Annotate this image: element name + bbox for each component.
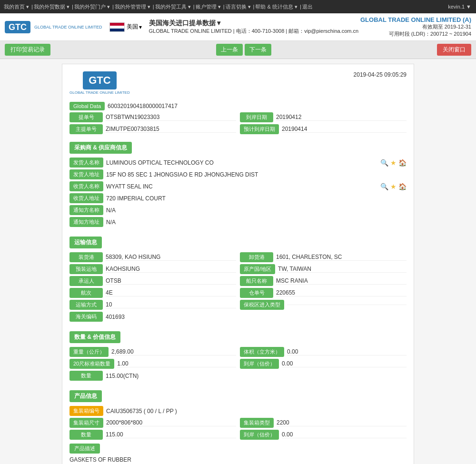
shou-huo-star-icon[interactable]: ★ bbox=[390, 183, 397, 190]
hang-ci-label: 航次 bbox=[69, 288, 103, 298]
fa-huo-home-icon[interactable]: 🏠 bbox=[398, 159, 407, 167]
prod-shu-dao-row: 数量 115.00 到岸（估价） 0.00 bbox=[69, 430, 407, 440]
shou-huo-addr-label: 收货人地址 bbox=[69, 193, 103, 203]
header-info: 美国海关进口提单数据 ▾ GLOBAL TRADE ONLINE LIMITED… bbox=[149, 19, 360, 35]
xie-huo-label: 卸货港 bbox=[240, 252, 273, 262]
product-section: 产品信息 集装箱编号 CAIU3506735 ( 00 / L / PP ) 集… bbox=[69, 385, 407, 464]
supplier-section: 采购商 & 供应商信息 发货人名称 LUMINOUS OPTICAL TECHN… bbox=[69, 136, 407, 227]
standard-col: 20尺标准箱数量 1.00 bbox=[69, 359, 236, 369]
shou-huo-search-icon[interactable]: 🔍 bbox=[380, 183, 388, 190]
bill-dao-gang-row: 提单号 OTSBTWN19023303 到岸日期 20190412 bbox=[69, 112, 407, 122]
bao-shui-col: 保税区进入类型 bbox=[240, 300, 407, 310]
global-data-label: Global Data bbox=[69, 102, 105, 110]
container-size-value: 2000*806*800 bbox=[106, 419, 236, 426]
shou-huo-addr-row: 收货人地址 720 IMPERIAL COURT bbox=[69, 193, 407, 203]
shou-huo-row: 收货人名称 WYATT SEAL INC 🔍 ★ 🏠 bbox=[69, 181, 407, 191]
yun-shu-col: 运输方式 10 bbox=[69, 300, 236, 310]
fa-huo-search-icon[interactable]: 🔍 bbox=[380, 159, 388, 167]
nav-item-tools[interactable]: 我的外贸工具 ▾ bbox=[155, 3, 191, 10]
tong-zhi-addr-label: 通知方地址 bbox=[69, 217, 103, 227]
chuan-ming-col: 船只名称 MSC RANIA bbox=[240, 276, 407, 286]
fa-huo-actions: 🔍 ★ 🏠 bbox=[380, 159, 407, 167]
cang-label: 仓单号 bbox=[240, 288, 273, 298]
hang-ci-value: 4E bbox=[106, 289, 236, 296]
zhu-ti-label: 主提单号 bbox=[69, 124, 103, 134]
fa-huo-addr-label: 发货人地址 bbox=[69, 169, 103, 179]
yuan-chan-label: 原产国/地区 bbox=[240, 264, 275, 274]
standard-label: 20尺标准箱数量 bbox=[69, 359, 114, 369]
nav-item-management[interactable]: 我的外管管理 ▾ bbox=[115, 3, 150, 10]
cheng-chuan-row: 承运人 OTSB 船只名称 MSC RANIA bbox=[69, 276, 407, 286]
shu-liang-label: 数量 bbox=[69, 371, 103, 381]
container-size-col: 集装箱尺寸 2000*806*800 bbox=[69, 418, 236, 428]
ti-ji-value: 0.00 bbox=[287, 348, 407, 355]
toolbar-left: 打印贸易记录 bbox=[5, 44, 50, 56]
company-info: GLOBAL TRADE ONLINE LIMITED | 电话：400-710… bbox=[149, 28, 360, 35]
container-type-value: 2200 bbox=[277, 419, 407, 426]
xie-huo-value: 1601, CHARLESTON, SC bbox=[276, 254, 407, 261]
page-title: 美国海关进口提单数据 ▾ bbox=[149, 19, 360, 28]
prod-shu-liang-value: 115.00 bbox=[106, 431, 236, 438]
ti-dan-value: OTSBTWN19023303 bbox=[106, 114, 236, 121]
yun-shu-value: 10 bbox=[106, 301, 236, 308]
zhu-ti-value: ZIMUTPE007303815 bbox=[106, 126, 236, 133]
nav-item-import-data[interactable]: 我的外贸数据 ▾ bbox=[34, 3, 69, 10]
next-button[interactable]: 下一条 bbox=[245, 44, 271, 56]
tong-zhi-addr-value: N/A bbox=[106, 219, 407, 226]
hai-guan-row: 海关编码 401693 bbox=[69, 312, 407, 322]
yu-ji-label: 预计到岸日期 bbox=[240, 124, 279, 134]
logo-icon: GTC bbox=[5, 21, 30, 33]
dao-an-label: 到岸（估价） bbox=[240, 359, 279, 369]
nav-item-home[interactable]: 我的首页 ▾ bbox=[4, 3, 29, 10]
logo-area: GTC GLOBAL TRADE ONLINE LIMITED bbox=[5, 21, 102, 33]
doc-logo: GTC GLOBAL TRADE ONLINE LIMITED bbox=[69, 71, 130, 95]
doc-datetime: 2019-04-25 09:05:29 bbox=[354, 71, 407, 78]
flag-area[interactable]: 美国 ▾ bbox=[109, 22, 142, 32]
fa-huo-star-icon[interactable]: ★ bbox=[390, 159, 397, 167]
cang-col: 仓单号 220655 bbox=[240, 288, 407, 298]
zhong-liang-value: 2,689.00 bbox=[111, 348, 236, 355]
prod-shu-liang-label: 数量 bbox=[69, 430, 103, 440]
container-no-value: CAIU3506735 ( 00 / L / PP ) bbox=[106, 408, 407, 415]
shou-huo-actions: 🔍 ★ 🏠 bbox=[380, 183, 407, 190]
product-section-header: 产品信息 bbox=[69, 390, 102, 402]
zhong-liang-col: 重量（公斤） 2,689.00 bbox=[69, 347, 236, 357]
prev-button[interactable]: 上一条 bbox=[216, 44, 243, 56]
prod-dao-col: 到岸（估价） 0.00 bbox=[240, 430, 407, 440]
nav-item-account[interactable]: 账户管理 ▾ bbox=[196, 3, 221, 10]
header-right: GLOBAL TRADE ONLINE LIMITED (A) 有效期至 201… bbox=[360, 16, 471, 38]
zhong-ti-row: 重量（公斤） 2,689.00 体积（立方米） 0.00 bbox=[69, 347, 407, 357]
print-button[interactable]: 打印贸易记录 bbox=[5, 44, 50, 56]
supplier-section-header: 采购商 & 供应商信息 bbox=[69, 142, 132, 154]
prod-shu-col: 数量 115.00 bbox=[69, 430, 236, 440]
container-no-row: 集装箱编号 CAIU3506735 ( 00 / L / PP ) bbox=[69, 406, 407, 416]
nav-item-language[interactable]: 语言切换 ▾ bbox=[226, 3, 251, 10]
yu-zhuang-col: 预装运地 KAOHSIUNG bbox=[69, 264, 236, 274]
ldr-label: 可用时段 (LDR)：200712 ~ 201904 bbox=[360, 30, 471, 38]
doc-header: GTC GLOBAL TRADE ONLINE LIMITED 2019-04-… bbox=[69, 71, 407, 95]
ti-ji-col: 体积（立方米） 0.00 bbox=[240, 347, 407, 357]
close-button[interactable]: 关闭窗口 bbox=[437, 44, 471, 56]
zhuang-gang-col: 装货港 58309, KAO HSIUNG bbox=[69, 252, 236, 262]
nav-item-portal[interactable]: 我的外贸门户 ▾ bbox=[74, 3, 110, 10]
container-type-label: 集装箱类型 bbox=[240, 418, 274, 428]
toolbar-center: 上一条 下一条 bbox=[216, 44, 271, 56]
product-desc-container: 产品描述 GASKETS OF RUBBER 嗯头 GASKETS OF RUB… bbox=[69, 444, 407, 464]
zhong-liang-label: 重量（公斤） bbox=[69, 347, 109, 357]
nav-item-help[interactable]: 帮助 & 统计信息 ▾ bbox=[255, 3, 298, 10]
cheng-yun-value: OTSB bbox=[106, 277, 236, 285]
yu-zhuang-label: 预装运地 bbox=[69, 264, 103, 274]
yuan-chan-col: 原产国/地区 TW, TAIWAN bbox=[240, 264, 407, 274]
flag-label: 美国 bbox=[127, 23, 138, 31]
shou-huo-home-icon[interactable]: 🏠 bbox=[398, 183, 407, 190]
zhuang-gang-label: 装货港 bbox=[69, 252, 103, 262]
user-label[interactable]: kevin.1 ▼ bbox=[448, 4, 471, 10]
zhuang-xie-row: 装货港 58309, KAO HSIUNG 卸货港 1601, CHARLEST… bbox=[69, 252, 407, 262]
yuan-chan-value: TW, TAIWAN bbox=[278, 266, 407, 273]
tong-zhi-addr-row: 通知方地址 N/A bbox=[69, 217, 407, 227]
standard-value: 1.00 bbox=[117, 360, 236, 367]
container-no-label: 集装箱编号 bbox=[69, 406, 103, 416]
page-header: GTC GLOBAL TRADE ONLINE LIMITED 美国 ▾ 美国海… bbox=[0, 13, 476, 41]
xie-huo-col: 卸货港 1601, CHARLESTON, SC bbox=[240, 252, 407, 262]
nav-item-logout[interactable]: 退出 bbox=[302, 3, 313, 10]
